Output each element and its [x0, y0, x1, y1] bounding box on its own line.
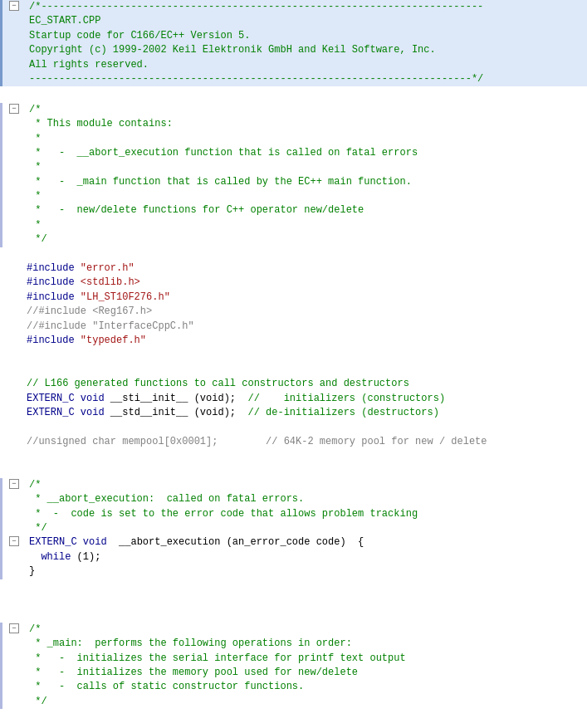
abort-comment-2: * __abort_execution: called on fatal err… [26, 492, 587, 506]
abort-fn-close: } [26, 564, 587, 579]
abort-comment-3: * - code is set to the error code that a… [26, 507, 587, 521]
main-comment-4: * - initializes the memory pool used for… [26, 666, 587, 680]
extern-comment-2: // de-initializers (destructors) [247, 407, 438, 418]
blank-5 [0, 420, 587, 434]
main-comment-5: * - calls of static constructor function… [26, 680, 587, 694]
main-comment-3: * - initializes the serial interface for… [26, 652, 587, 666]
void-kw-1: void [81, 393, 105, 404]
main-comment-6: */ [26, 695, 587, 709]
blank-4 [0, 363, 587, 377]
abort-comment-section: − /* * __abort_execution: called on fata… [0, 478, 587, 536]
l166-comment: // L166 generated functions to call cons… [23, 377, 587, 391]
include-str-2: <stdlib.h> [81, 276, 140, 288]
editor-container: − /*------------------------------------… [0, 0, 587, 728]
blank-1 [0, 88, 587, 102]
include-1: #include "error.h" [23, 261, 587, 276]
while-parens: (1); [71, 551, 100, 563]
include-commented-2: //#include "InterfaceCppC.h" [23, 320, 587, 334]
module-line-5: * [26, 160, 587, 174]
void-kw-2: void [81, 407, 105, 418]
module-line-7: * [26, 189, 587, 203]
abort-function-fold[interactable]: − [9, 536, 19, 546]
module-line-4: * - __abort_execution function that is c… [26, 146, 587, 160]
header-line-2: EC_START.CPP [26, 14, 587, 28]
include-kw-4: #include [27, 335, 81, 346]
module-line-6: * - _main function that is called by the… [26, 175, 587, 189]
include-3: #include "LH_ST10F276.h" [23, 291, 587, 305]
module-line-3: * [26, 132, 587, 146]
extern-name-1: __sti__init__ (void); [105, 393, 248, 404]
blank-7 [0, 464, 587, 478]
module-comment-section: − /* * This module contains: * * - __abo… [0, 103, 587, 247]
main-comment-fold[interactable]: − [9, 623, 19, 633]
main-comment-2: * _main: performs the following operatio… [26, 637, 587, 651]
module-line-10: */ [26, 232, 587, 247]
main-comment-1: /* [26, 623, 587, 637]
l166-section: // L166 generated functions to call cons… [0, 377, 587, 420]
module-line-9: * [26, 218, 587, 232]
extern-sti: EXTERN_C void __sti__init__ (void); // i… [23, 392, 587, 406]
header-line-4: Startup code for C166/EC++ Version 5. [26, 29, 587, 43]
extern-comment-1: // initializers (constructors) [247, 393, 445, 404]
extern-name-2: __std__init__ (void); [105, 407, 248, 418]
header-line-7: ----------------------------------------… [26, 72, 587, 86]
abort-comment-fold[interactable]: − [9, 479, 19, 489]
include-4: #include "typedef.h" [23, 334, 587, 348]
module-fold-marker[interactable]: − [9, 104, 19, 114]
header-fold-marker[interactable]: − [9, 1, 19, 11]
extern-std: EXTERN_C void __std__init__ (void); // d… [23, 406, 587, 420]
header-line-6: All rights reserved. [26, 58, 587, 72]
blank-8 [0, 579, 587, 594]
void-kw-fn: void [83, 536, 107, 548]
include-kw-2: #include [27, 276, 81, 288]
code-area: − /*------------------------------------… [0, 0, 587, 709]
include-str-1: "error.h" [81, 262, 135, 274]
blank-9 [0, 594, 587, 608]
extern-kw-1: EXTERN_C [27, 393, 81, 404]
header-line-5: Copyright (c) 1999-2002 Keil Elektronik … [26, 43, 587, 57]
module-line-1: /* [26, 103, 587, 117]
blank-2 [0, 247, 587, 261]
abort-fn-sig: EXTERN_C void __abort_execution (an_erro… [26, 535, 587, 550]
include-2: #include <stdlib.h> [23, 276, 587, 290]
mempool-section: //unsigned char mempool[0x0001]; // 64K-… [0, 435, 587, 449]
module-line-2: * This module contains: [26, 117, 587, 131]
include-commented-1: //#include <Reg167.h> [23, 305, 587, 319]
main-comment-section: − /* * _main: performs the following ope… [0, 623, 587, 709]
abort-comment-1: /* [26, 478, 587, 492]
include-kw-3: #include [27, 291, 81, 303]
module-line-8: * - new/delete functions for C++ operato… [26, 203, 587, 217]
header-comment-section: − /*------------------------------------… [0, 0, 587, 86]
include-kw-1: #include [27, 262, 81, 274]
mempool-line: //unsigned char mempool[0x0001]; // 64K-… [23, 435, 587, 449]
extern-kw-fn: EXTERN_C [29, 536, 83, 548]
abort-fn-body: while (1); [26, 550, 587, 564]
extern-kw-2: EXTERN_C [27, 407, 81, 418]
while-keyword: while [41, 551, 71, 563]
include-str-4: "typedef.h" [81, 335, 146, 346]
abort-function-section: − EXTERN_C void __abort_execution (an_er… [0, 535, 587, 579]
abort-fn-name: __abort_execution (an_error_code code) { [107, 536, 364, 548]
header-line-1: /*--------------------------------------… [26, 0, 587, 14]
blank-6 [0, 449, 587, 463]
abort-comment-4: */ [26, 521, 587, 535]
include-str-3: "LH_ST10F276.h" [81, 291, 170, 303]
blank-3 [0, 348, 587, 362]
includes-section: #include "error.h" #include <stdlib.h> #… [0, 261, 587, 348]
blank-10 [0, 608, 587, 622]
